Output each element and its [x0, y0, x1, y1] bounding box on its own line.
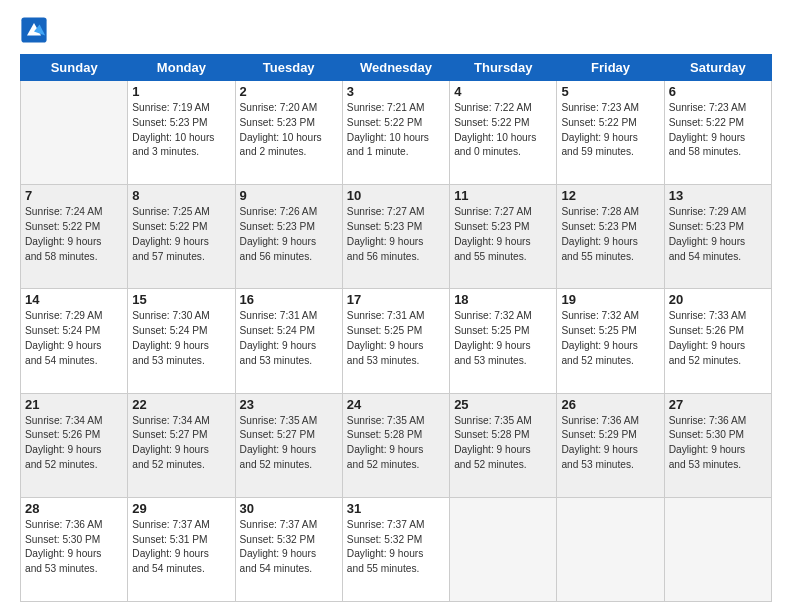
- calendar-cell: 4Sunrise: 7:22 AMSunset: 5:22 PMDaylight…: [450, 81, 557, 185]
- weekday-header-row: SundayMondayTuesdayWednesdayThursdayFrid…: [21, 55, 772, 81]
- calendar-cell: 31Sunrise: 7:37 AMSunset: 5:32 PMDayligh…: [342, 497, 449, 601]
- day-number: 8: [132, 188, 230, 203]
- day-number: 4: [454, 84, 552, 99]
- calendar-cell: 19Sunrise: 7:32 AMSunset: 5:25 PMDayligh…: [557, 289, 664, 393]
- calendar-cell: 29Sunrise: 7:37 AMSunset: 5:31 PMDayligh…: [128, 497, 235, 601]
- cell-content: Sunrise: 7:29 AMSunset: 5:24 PMDaylight:…: [25, 309, 123, 368]
- cell-content: Sunrise: 7:21 AMSunset: 5:22 PMDaylight:…: [347, 101, 445, 160]
- cell-content: Sunrise: 7:35 AMSunset: 5:28 PMDaylight:…: [454, 414, 552, 473]
- cell-content: Sunrise: 7:29 AMSunset: 5:23 PMDaylight:…: [669, 205, 767, 264]
- calendar-week-3: 14Sunrise: 7:29 AMSunset: 5:24 PMDayligh…: [21, 289, 772, 393]
- day-number: 19: [561, 292, 659, 307]
- calendar-cell: 21Sunrise: 7:34 AMSunset: 5:26 PMDayligh…: [21, 393, 128, 497]
- calendar-cell: [450, 497, 557, 601]
- cell-content: Sunrise: 7:33 AMSunset: 5:26 PMDaylight:…: [669, 309, 767, 368]
- calendar-cell: [21, 81, 128, 185]
- calendar-cell: 12Sunrise: 7:28 AMSunset: 5:23 PMDayligh…: [557, 185, 664, 289]
- calendar-cell: 22Sunrise: 7:34 AMSunset: 5:27 PMDayligh…: [128, 393, 235, 497]
- calendar-cell: 17Sunrise: 7:31 AMSunset: 5:25 PMDayligh…: [342, 289, 449, 393]
- cell-content: Sunrise: 7:37 AMSunset: 5:31 PMDaylight:…: [132, 518, 230, 577]
- day-number: 28: [25, 501, 123, 516]
- calendar-cell: 8Sunrise: 7:25 AMSunset: 5:22 PMDaylight…: [128, 185, 235, 289]
- day-number: 23: [240, 397, 338, 412]
- calendar-cell: 13Sunrise: 7:29 AMSunset: 5:23 PMDayligh…: [664, 185, 771, 289]
- day-number: 6: [669, 84, 767, 99]
- cell-content: Sunrise: 7:27 AMSunset: 5:23 PMDaylight:…: [454, 205, 552, 264]
- calendar-cell: [557, 497, 664, 601]
- cell-content: Sunrise: 7:34 AMSunset: 5:26 PMDaylight:…: [25, 414, 123, 473]
- cell-content: Sunrise: 7:27 AMSunset: 5:23 PMDaylight:…: [347, 205, 445, 264]
- calendar-cell: 26Sunrise: 7:36 AMSunset: 5:29 PMDayligh…: [557, 393, 664, 497]
- calendar-cell: 14Sunrise: 7:29 AMSunset: 5:24 PMDayligh…: [21, 289, 128, 393]
- day-number: 25: [454, 397, 552, 412]
- calendar-cell: 9Sunrise: 7:26 AMSunset: 5:23 PMDaylight…: [235, 185, 342, 289]
- day-number: 16: [240, 292, 338, 307]
- calendar-cell: [664, 497, 771, 601]
- day-number: 14: [25, 292, 123, 307]
- calendar-week-2: 7Sunrise: 7:24 AMSunset: 5:22 PMDaylight…: [21, 185, 772, 289]
- cell-content: Sunrise: 7:35 AMSunset: 5:27 PMDaylight:…: [240, 414, 338, 473]
- calendar-cell: 7Sunrise: 7:24 AMSunset: 5:22 PMDaylight…: [21, 185, 128, 289]
- cell-content: Sunrise: 7:23 AMSunset: 5:22 PMDaylight:…: [669, 101, 767, 160]
- cell-content: Sunrise: 7:28 AMSunset: 5:23 PMDaylight:…: [561, 205, 659, 264]
- weekday-wednesday: Wednesday: [342, 55, 449, 81]
- calendar-week-5: 28Sunrise: 7:36 AMSunset: 5:30 PMDayligh…: [21, 497, 772, 601]
- day-number: 30: [240, 501, 338, 516]
- day-number: 20: [669, 292, 767, 307]
- day-number: 24: [347, 397, 445, 412]
- calendar-cell: 20Sunrise: 7:33 AMSunset: 5:26 PMDayligh…: [664, 289, 771, 393]
- logo-icon: [20, 16, 48, 44]
- day-number: 26: [561, 397, 659, 412]
- day-number: 15: [132, 292, 230, 307]
- cell-content: Sunrise: 7:22 AMSunset: 5:22 PMDaylight:…: [454, 101, 552, 160]
- calendar-cell: 2Sunrise: 7:20 AMSunset: 5:23 PMDaylight…: [235, 81, 342, 185]
- cell-content: Sunrise: 7:30 AMSunset: 5:24 PMDaylight:…: [132, 309, 230, 368]
- calendar-cell: 24Sunrise: 7:35 AMSunset: 5:28 PMDayligh…: [342, 393, 449, 497]
- calendar-cell: 25Sunrise: 7:35 AMSunset: 5:28 PMDayligh…: [450, 393, 557, 497]
- cell-content: Sunrise: 7:19 AMSunset: 5:23 PMDaylight:…: [132, 101, 230, 160]
- calendar-cell: 30Sunrise: 7:37 AMSunset: 5:32 PMDayligh…: [235, 497, 342, 601]
- weekday-monday: Monday: [128, 55, 235, 81]
- cell-content: Sunrise: 7:37 AMSunset: 5:32 PMDaylight:…: [347, 518, 445, 577]
- cell-content: Sunrise: 7:25 AMSunset: 5:22 PMDaylight:…: [132, 205, 230, 264]
- page: SundayMondayTuesdayWednesdayThursdayFrid…: [0, 0, 792, 612]
- day-number: 1: [132, 84, 230, 99]
- day-number: 18: [454, 292, 552, 307]
- day-number: 10: [347, 188, 445, 203]
- cell-content: Sunrise: 7:20 AMSunset: 5:23 PMDaylight:…: [240, 101, 338, 160]
- day-number: 21: [25, 397, 123, 412]
- calendar-cell: 15Sunrise: 7:30 AMSunset: 5:24 PMDayligh…: [128, 289, 235, 393]
- day-number: 13: [669, 188, 767, 203]
- calendar-cell: 23Sunrise: 7:35 AMSunset: 5:27 PMDayligh…: [235, 393, 342, 497]
- cell-content: Sunrise: 7:23 AMSunset: 5:22 PMDaylight:…: [561, 101, 659, 160]
- calendar-cell: 6Sunrise: 7:23 AMSunset: 5:22 PMDaylight…: [664, 81, 771, 185]
- day-number: 9: [240, 188, 338, 203]
- cell-content: Sunrise: 7:32 AMSunset: 5:25 PMDaylight:…: [561, 309, 659, 368]
- cell-content: Sunrise: 7:36 AMSunset: 5:29 PMDaylight:…: [561, 414, 659, 473]
- calendar-cell: 10Sunrise: 7:27 AMSunset: 5:23 PMDayligh…: [342, 185, 449, 289]
- cell-content: Sunrise: 7:26 AMSunset: 5:23 PMDaylight:…: [240, 205, 338, 264]
- weekday-tuesday: Tuesday: [235, 55, 342, 81]
- calendar-cell: 1Sunrise: 7:19 AMSunset: 5:23 PMDaylight…: [128, 81, 235, 185]
- logo: [20, 16, 52, 44]
- cell-content: Sunrise: 7:34 AMSunset: 5:27 PMDaylight:…: [132, 414, 230, 473]
- day-number: 12: [561, 188, 659, 203]
- day-number: 17: [347, 292, 445, 307]
- day-number: 2: [240, 84, 338, 99]
- header: [20, 16, 772, 44]
- weekday-friday: Friday: [557, 55, 664, 81]
- calendar-table: SundayMondayTuesdayWednesdayThursdayFrid…: [20, 54, 772, 602]
- cell-content: Sunrise: 7:35 AMSunset: 5:28 PMDaylight:…: [347, 414, 445, 473]
- calendar-cell: 27Sunrise: 7:36 AMSunset: 5:30 PMDayligh…: [664, 393, 771, 497]
- day-number: 3: [347, 84, 445, 99]
- day-number: 11: [454, 188, 552, 203]
- weekday-saturday: Saturday: [664, 55, 771, 81]
- cell-content: Sunrise: 7:31 AMSunset: 5:25 PMDaylight:…: [347, 309, 445, 368]
- cell-content: Sunrise: 7:24 AMSunset: 5:22 PMDaylight:…: [25, 205, 123, 264]
- day-number: 7: [25, 188, 123, 203]
- day-number: 5: [561, 84, 659, 99]
- cell-content: Sunrise: 7:36 AMSunset: 5:30 PMDaylight:…: [25, 518, 123, 577]
- calendar-cell: 28Sunrise: 7:36 AMSunset: 5:30 PMDayligh…: [21, 497, 128, 601]
- calendar-cell: 5Sunrise: 7:23 AMSunset: 5:22 PMDaylight…: [557, 81, 664, 185]
- calendar-week-4: 21Sunrise: 7:34 AMSunset: 5:26 PMDayligh…: [21, 393, 772, 497]
